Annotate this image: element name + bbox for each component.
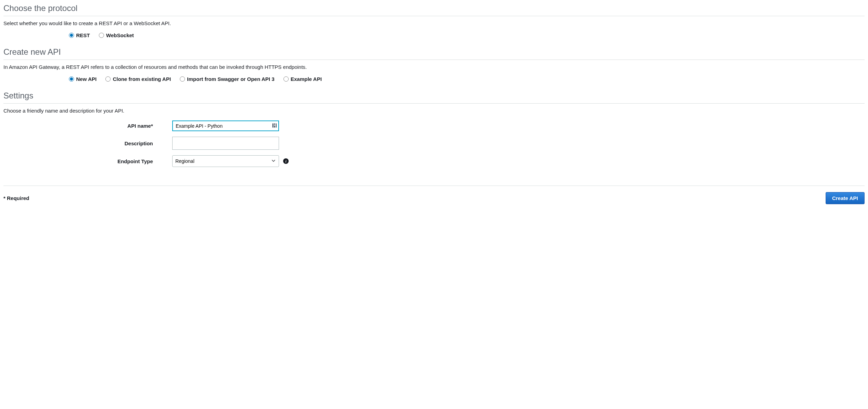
endpoint-type-label: Endpoint Type [3, 158, 172, 164]
description-input[interactable] [172, 137, 279, 150]
create-new-radio-import[interactable]: Import from Swagger or Open API 3 [180, 76, 275, 82]
create-new-radio-group: New API Clone from existing API Import f… [69, 76, 865, 82]
endpoint-type-select[interactable]: Regional [172, 155, 279, 167]
description-label: Description [3, 140, 172, 146]
create-new-radio-new-input[interactable] [69, 76, 74, 82]
api-name-input[interactable] [172, 120, 279, 131]
create-new-radio-clone[interactable]: Clone from existing API [105, 76, 171, 82]
api-name-label: API name* [3, 123, 172, 129]
api-name-row: API name* [3, 120, 865, 131]
protocol-radio-rest[interactable]: REST [69, 32, 90, 38]
footer-divider [3, 186, 865, 186]
protocol-section-title: Choose the protocol [3, 3, 865, 16]
protocol-section-description: Select whether you would like to create … [3, 20, 865, 26]
create-api-button[interactable]: Create API [826, 192, 865, 204]
create-new-radio-new[interactable]: New API [69, 76, 96, 82]
protocol-radio-rest-label: REST [76, 32, 90, 38]
create-new-radio-example-label: Example API [291, 76, 322, 82]
protocol-radio-websocket-input[interactable] [99, 33, 104, 38]
create-new-section-title: Create new API [3, 47, 865, 60]
settings-section-description: Choose a friendly name and description f… [3, 108, 865, 114]
settings-section-title: Settings [3, 91, 865, 104]
info-icon[interactable]: i [283, 158, 289, 164]
create-new-radio-example[interactable]: Example API [283, 76, 322, 82]
create-new-radio-example-input[interactable] [283, 76, 289, 82]
create-new-radio-import-label: Import from Swagger or Open API 3 [187, 76, 275, 82]
protocol-radio-group: REST WebSocket [69, 32, 865, 38]
required-note: * Required [3, 195, 29, 201]
create-new-section-description: In Amazon API Gateway, a REST API refers… [3, 64, 865, 70]
create-new-radio-import-input[interactable] [180, 76, 185, 82]
description-row: Description [3, 137, 865, 150]
footer-row: * Required Create API [3, 192, 865, 204]
protocol-radio-websocket[interactable]: WebSocket [99, 32, 134, 38]
endpoint-type-row: Endpoint Type Regional i [3, 155, 865, 167]
create-new-radio-clone-input[interactable] [105, 76, 111, 82]
protocol-radio-websocket-label: WebSocket [106, 32, 134, 38]
create-new-radio-new-label: New API [76, 76, 96, 82]
settings-form: API name* Description Endpoint Type [3, 120, 865, 167]
create-new-radio-clone-label: Clone from existing API [113, 76, 171, 82]
protocol-radio-rest-input[interactable] [69, 33, 74, 38]
